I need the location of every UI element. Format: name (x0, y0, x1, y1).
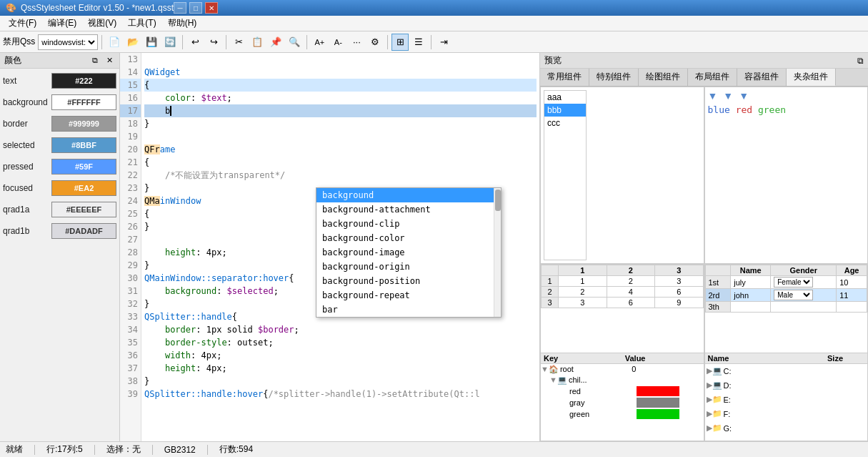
save-button[interactable]: 💾 (143, 34, 160, 51)
autocomplete-scrollbar[interactable] (494, 188, 501, 317)
file-icon-e: 📁 (712, 395, 722, 404)
name-row-2nd[interactable]: 2rd john MaleFemale 11 (705, 289, 867, 302)
fontsize-increase[interactable]: A+ (311, 34, 328, 51)
ac-item-bar[interactable]: bar (316, 303, 494, 317)
line-num-27: 27 (120, 233, 141, 246)
color-swatch-background[interactable]: #FFFFFF (51, 94, 116, 110)
color-swatch-text[interactable]: #222 (51, 73, 116, 89)
tree-value-gray (637, 398, 704, 408)
cut-button[interactable]: ✂ (230, 34, 247, 51)
color-panel-close[interactable]: ✕ (104, 55, 115, 67)
ac-item-background-attachment[interactable]: background-attachment (316, 202, 494, 217)
ac-item-background-repeat[interactable]: background-repeat (316, 288, 494, 303)
menu-file[interactable]: 文件(F) (3, 16, 42, 31)
find-button[interactable]: 🔍 (286, 34, 303, 51)
preview-title: 预览 (544, 54, 562, 67)
name-row-3th[interactable]: 3th (705, 302, 867, 313)
tree-value-red (637, 386, 704, 396)
line-num-15: 15 (120, 79, 141, 92)
tree-row-green[interactable]: green (541, 408, 704, 420)
line-num-14: 14 (120, 66, 141, 79)
file-row-f[interactable]: ▶ 📁 F: (705, 407, 868, 421)
filter-arrow-3[interactable]: ▼ (739, 90, 749, 102)
menu-tools[interactable]: 工具(T) (122, 16, 161, 31)
editor-container[interactable]: 13 14 15 16 17 18 19 20 21 22 23 24 25 2… (120, 53, 539, 441)
copy-button[interactable]: 📋 (249, 34, 266, 51)
file-icon-g: 📁 (712, 423, 722, 433)
gender-select-1[interactable]: FemaleMale (774, 277, 813, 288)
color-swatch-qrad1b[interactable]: #DADADF (51, 223, 116, 239)
gender-select-2[interactable]: MaleFemale (774, 290, 813, 300)
menu-view[interactable]: 视图(V) (82, 16, 122, 31)
name-table-header-age: Age (837, 265, 867, 276)
file-name-c: C: (722, 367, 867, 375)
reload-button[interactable]: 🔄 (161, 34, 179, 51)
tab-drawing[interactable]: 绘图组件 (639, 69, 688, 86)
file-row-g[interactable]: ▶ 📁 G: (705, 421, 868, 436)
menu-edit[interactable]: 编译(E) (42, 16, 82, 31)
file-header-name: Name (705, 353, 825, 363)
file-icon-c: 💻 (712, 366, 722, 375)
fontsize-decrease[interactable]: A- (329, 34, 346, 51)
filter-arrow-1[interactable]: ▼ (708, 90, 718, 102)
settings-button[interactable]: ⚙ (366, 34, 384, 51)
tab-mixed[interactable]: 夹杂组件 (787, 69, 836, 86)
tree-row-red[interactable]: red (541, 385, 704, 397)
list-item-ccc[interactable]: ccc (544, 117, 586, 129)
code-editor[interactable]: QWidget { color: $text; b } QFrame { /*不… (141, 53, 539, 441)
filter-arrow-2[interactable]: ▼ (723, 90, 733, 102)
ac-item-background-clip[interactable]: background-clip (316, 217, 494, 231)
indent-button[interactable]: ⇥ (435, 34, 452, 51)
name-table-area: Name Gender Age 1st july FemaleMale 10 (705, 265, 868, 353)
ac-item-background-image[interactable]: background-image (316, 245, 494, 260)
ac-item-background-origin[interactable]: background-origin (316, 260, 494, 274)
list-button[interactable]: ☰ (410, 34, 427, 51)
color-swatch-border[interactable]: #999999 (51, 116, 116, 132)
tab-layout[interactable]: 布局组件 (688, 69, 737, 86)
table-row-3[interactable]: 3 3 6 9 (542, 298, 704, 308)
open-button[interactable]: 📂 (124, 34, 141, 51)
tab-special[interactable]: 特别组件 (589, 69, 639, 86)
redo-button[interactable]: ↪ (205, 34, 222, 51)
list-item-aaa[interactable]: aaa (544, 91, 586, 104)
tab-common[interactable]: 常用组件 (540, 69, 589, 86)
list-widget[interactable]: aaa bbb ccc (544, 90, 587, 260)
tree-row-root[interactable]: ▼ 🏠 root 0 (541, 364, 704, 375)
tree-key-root: root (559, 365, 632, 373)
more-button[interactable]: ··· (348, 34, 365, 51)
ac-item-background-position[interactable]: background-position (316, 274, 494, 288)
file-row-d[interactable]: ▶ 💻 D: (705, 378, 868, 393)
autocomplete-dropdown[interactable]: background background-attachment backgro… (316, 187, 502, 318)
color-swatch-selected[interactable]: #8BBF (51, 137, 116, 153)
file-row-e[interactable]: ▶ 📁 E: (705, 393, 868, 407)
file-arrow-d: ▶ (707, 380, 712, 390)
maximize-button[interactable]: □ (189, 2, 202, 14)
tree-row-gray[interactable]: gray (541, 397, 704, 408)
tab-container[interactable]: 容器组件 (737, 69, 787, 86)
tree-value-green (637, 409, 704, 419)
preview-float-icon[interactable]: ⧉ (857, 56, 864, 66)
file-row-c[interactable]: ▶ 💻 C: (705, 364, 868, 378)
tree-row-child[interactable]: ▼ 💻 chil... (541, 375, 704, 385)
list-item-bbb[interactable]: bbb (544, 104, 586, 117)
table-row-2[interactable]: 2 2 4 6 (542, 287, 704, 298)
ac-item-background[interactable]: background (316, 188, 494, 202)
color-panel-float[interactable]: ⧉ (89, 55, 101, 67)
table-row-1[interactable]: 1 1 2 3 (542, 276, 704, 287)
style-select[interactable]: windowsvist: windows fusion (38, 34, 98, 50)
code-line-21: { (144, 156, 537, 169)
paste-button[interactable]: 📌 (267, 34, 284, 51)
color-swatch-focused[interactable]: #EA2 (51, 180, 116, 196)
close-button[interactable]: ✕ (205, 2, 218, 14)
undo-button[interactable]: ↩ (186, 34, 204, 51)
minimize-button[interactable]: ─ (174, 2, 186, 14)
new-button[interactable]: 📄 (106, 34, 123, 51)
color-swatch-qrad1a[interactable]: #EEEEEF (51, 202, 116, 217)
line-num-37: 37 (120, 362, 141, 375)
ac-item-background-color[interactable]: background-color (316, 231, 494, 245)
main-area: 颜色 ⧉ ✕ text #222 background #FFFFFF bord… (0, 53, 868, 441)
name-row-1st[interactable]: 1st july FemaleMale 10 (705, 276, 867, 289)
grid-button[interactable]: ⊞ (391, 34, 409, 51)
menu-help[interactable]: 帮助(H) (162, 16, 203, 31)
color-swatch-pressed[interactable]: #59F (51, 159, 116, 175)
